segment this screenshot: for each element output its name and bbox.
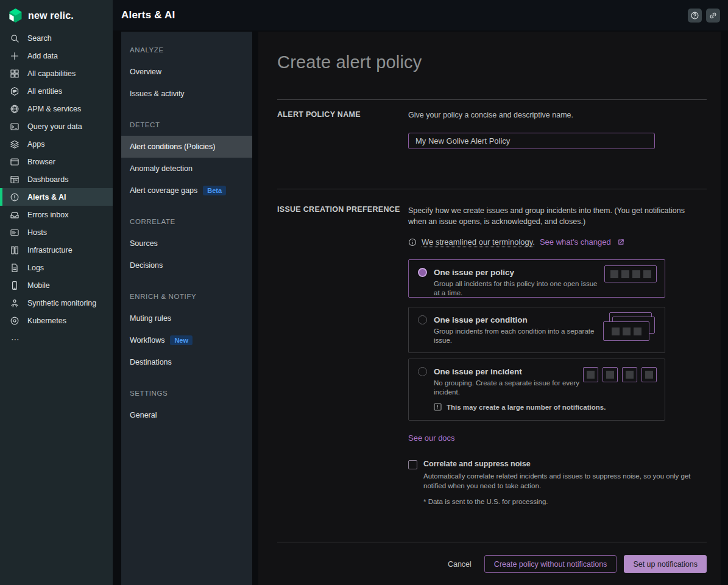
permalink-button[interactable] <box>706 9 720 23</box>
dashboard-icon <box>10 175 19 184</box>
data-processing-footnote: * Data is sent to the U.S. for processin… <box>423 498 691 505</box>
subnav-item-overview[interactable]: Overview <box>121 61 252 83</box>
sidebar-item-kubernetes[interactable]: Kubernetes <box>0 312 113 329</box>
subnav-item-issues-activity[interactable]: Issues & activity <box>121 83 252 105</box>
sidebar-item-synthetic-monitoring[interactable]: Synthetic monitoring <box>0 294 113 312</box>
one-issue-per-incident-icon <box>583 367 657 382</box>
sidebar-item-apps[interactable]: Apps <box>0 135 113 153</box>
sidebar-item-all-entities[interactable]: All entities <box>0 82 113 100</box>
section-title-settings: SETTINGS <box>121 382 252 404</box>
section-title-analyze: ANALYZE <box>121 39 252 61</box>
subnav-item-muting-rules[interactable]: Muting rules <box>121 307 252 329</box>
sidebar-item-browser[interactable]: Browser <box>0 153 113 170</box>
sidebar-item-alerts-ai[interactable]: Alerts & AI <box>0 188 113 206</box>
policy-name-help-text: Give your policy a concise and descripti… <box>408 110 707 121</box>
link-icon <box>709 11 718 20</box>
document-icon <box>10 263 19 273</box>
sidebar-item-all-capabilities[interactable]: All capabilities <box>0 65 113 82</box>
header-actions <box>688 9 720 23</box>
sidebar-item-search[interactable]: Search <box>0 29 113 47</box>
create-policy-without-notifications-button[interactable]: Create policy without notifications <box>484 555 617 573</box>
sidebar-item-apm-services[interactable]: APM & services <box>0 100 113 117</box>
subnav-item-alert-conditions[interactable]: Alert conditions (Policies) <box>121 136 252 158</box>
option-one-issue-per-incident[interactable]: One issue per incident No grouping. Crea… <box>408 359 665 421</box>
radio-one-issue-per-condition[interactable] <box>418 315 427 324</box>
help-icon <box>690 11 699 20</box>
info-icon <box>408 238 417 247</box>
sidebar-item-logs[interactable]: Logs <box>0 259 113 276</box>
correlate-title: Correlate and suppress noise <box>423 460 691 468</box>
subnav-section-settings: SETTINGS General <box>121 382 252 426</box>
one-issue-per-policy-icon <box>604 265 657 282</box>
terminal-icon <box>10 122 19 131</box>
option-title: One issue per condition <box>434 315 528 324</box>
sidebar-item-errors-inbox[interactable]: Errors inbox <box>0 206 113 223</box>
subnav-item-decisions[interactable]: Decisions <box>121 254 252 276</box>
sidebar-item-dashboards[interactable]: Dashboards <box>0 170 113 188</box>
subnav-item-general[interactable]: General <box>121 404 252 426</box>
robot-icon <box>10 298 19 308</box>
cancel-button[interactable]: Cancel <box>448 555 472 573</box>
help-button[interactable] <box>688 9 702 23</box>
sidebar-item-mobile[interactable]: Mobile <box>0 276 113 294</box>
subnav-item-alert-coverage-gaps[interactable]: Alert coverage gaps Beta <box>121 180 252 201</box>
search-icon <box>10 33 19 43</box>
primary-sidebar: new relic. Search Add data All capabilit… <box>0 0 113 585</box>
sidebar-item-infrastructure[interactable]: Infrastructure <box>0 241 113 259</box>
alert-policy-name-label: ALERT POLICY NAME <box>277 110 408 189</box>
top-header: Alerts & AI <box>113 0 728 30</box>
add-data-icon <box>10 51 19 61</box>
page-title: Create alert policy <box>277 52 707 72</box>
app-title: Alerts & AI <box>121 9 175 21</box>
inbox-icon <box>10 210 19 220</box>
correlate-checkbox[interactable] <box>408 460 417 469</box>
layers-icon <box>10 139 19 149</box>
subnav-item-sources[interactable]: Sources <box>121 233 252 254</box>
set-up-notifications-button[interactable]: Set up notifications <box>624 555 707 573</box>
new-badge: New <box>170 335 193 345</box>
new-relic-logo-icon <box>8 8 23 23</box>
correlate-description: Automatically correlate related incident… <box>423 471 691 491</box>
section-title-correlate: CORRELATE <box>121 211 252 233</box>
subnav-item-workflows[interactable]: Workflows New <box>121 329 252 351</box>
phone-icon <box>10 281 19 290</box>
alert-policy-name-row: ALERT POLICY NAME Give your policy a con… <box>277 100 707 189</box>
see-whats-changed-link[interactable]: See what's changed <box>540 237 611 247</box>
subnav-item-anomaly-detection[interactable]: Anomaly detection <box>121 158 252 180</box>
grid-icon <box>10 69 19 79</box>
browser-window-icon <box>10 157 19 167</box>
policy-name-input[interactable] <box>408 133 655 149</box>
hexagon-list-icon <box>10 86 19 96</box>
issue-preference-description: Specify how we create issues and group i… <box>408 205 707 227</box>
option-title: One issue per incident <box>434 367 522 376</box>
sidebar-item-hosts[interactable]: Hosts <box>0 223 113 241</box>
terminology-note-row: We streamlined our terminology. See what… <box>408 237 707 247</box>
subnav-section-enrich-notify: ENRICH & NOTIFY Muting rules Workflows N… <box>121 285 252 373</box>
circled-dot-icon <box>10 316 19 326</box>
see-our-docs-link[interactable]: See our docs <box>408 433 455 443</box>
more-items-button[interactable]: ⋯ <box>0 329 113 344</box>
section-title-detect: DETECT <box>121 114 252 136</box>
option-warning: This may create a large number of notifi… <box>434 403 656 411</box>
alert-circle-icon <box>10 192 19 202</box>
primary-nav: Search Add data All capabilities All ent… <box>0 29 113 329</box>
radio-one-issue-per-incident[interactable] <box>418 367 427 376</box>
new-relic-logo[interactable]: new relic. <box>0 0 113 29</box>
issue-creation-preference-label: ISSUE CREATION PREFERENCE <box>277 205 408 505</box>
section-title-enrich-notify: ENRICH & NOTIFY <box>121 285 252 307</box>
sidebar-item-add-data[interactable]: Add data <box>0 47 113 65</box>
external-link-icon <box>617 238 625 246</box>
subnav-section-analyze: ANALYZE Overview Issues & activity <box>121 39 252 105</box>
terminology-note-text[interactable]: We streamlined our terminology. <box>422 237 535 247</box>
option-one-issue-per-condition[interactable]: One issue per condition Group incidents … <box>408 307 665 353</box>
sidebar-item-query-your-data[interactable]: Query your data <box>0 117 113 135</box>
issue-creation-preference-row: ISSUE CREATION PREFERENCE Specify how we… <box>277 189 707 505</box>
subnav-item-destinations[interactable]: Destinations <box>121 351 252 373</box>
radio-one-issue-per-policy[interactable] <box>418 268 427 277</box>
option-one-issue-per-policy[interactable]: One issue per policy Group all incidents… <box>408 259 665 298</box>
server-icon <box>10 228 19 237</box>
globe-icon <box>10 104 19 114</box>
racks-icon <box>10 245 19 255</box>
form-footer: Cancel Create policy without notificatio… <box>277 542 707 573</box>
alerts-subnav-panel: ANALYZE Overview Issues & activity DETEC… <box>121 32 252 585</box>
